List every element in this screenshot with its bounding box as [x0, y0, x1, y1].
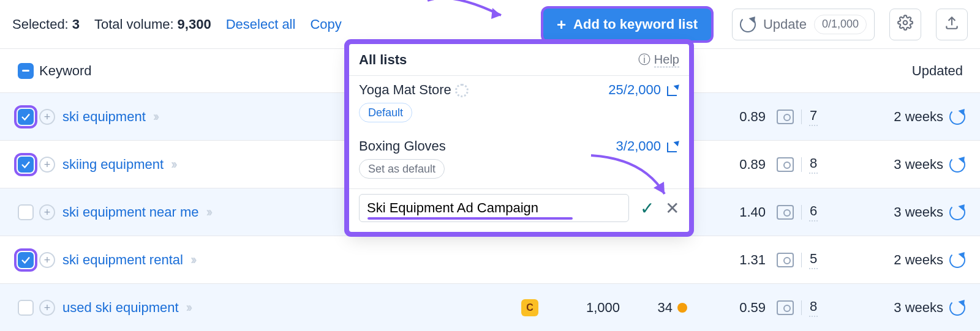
svg-point-0: [903, 20, 908, 24]
popover-title: All lists: [359, 52, 407, 68]
row-checkbox[interactable]: [12, 300, 39, 316]
update-count-pill: 0/1,000: [814, 15, 867, 34]
cpc-cell: 1.31: [698, 252, 772, 268]
keyword-list-item[interactable]: Boxing Gloves 3/2,000 Set as default: [349, 132, 689, 188]
expand-icon[interactable]: +: [39, 252, 55, 268]
sf-value[interactable]: 7: [809, 108, 818, 126]
deselect-all-link[interactable]: Deselect all: [226, 17, 296, 32]
row-checkbox[interactable]: [12, 109, 39, 125]
help-label: Help: [654, 53, 679, 67]
kd-dot-icon: [677, 303, 687, 313]
updated-value: 3 weeks: [894, 204, 943, 220]
gear-icon: [897, 15, 913, 34]
updated-value: 3 weeks: [894, 300, 943, 316]
keyword-cell[interactable]: + ski equipment rental ››: [39, 252, 508, 268]
cpc-cell: 1.40: [698, 204, 772, 220]
settings-button[interactable]: [889, 9, 921, 40]
volume-label: Total volume:: [94, 17, 174, 32]
serp-icon[interactable]: [777, 205, 794, 220]
list-name: Boxing Gloves: [359, 138, 446, 154]
annotation-arrow-top: [421, 0, 513, 37]
selected-label: Selected:: [12, 17, 69, 32]
intent-badge: C: [521, 299, 538, 316]
export-button[interactable]: [936, 9, 968, 40]
loading-icon: [455, 84, 469, 97]
keyword-cell[interactable]: + used ski equipment ››: [39, 300, 508, 316]
chevron-right-icon: ››: [206, 204, 211, 220]
add-to-keyword-list-button[interactable]: + Add to keyword list: [543, 9, 711, 40]
indeterminate-icon: [18, 63, 34, 79]
cpc-cell: 0.89: [698, 157, 772, 173]
cpc-cell: 0.89: [698, 109, 772, 125]
volume-cell: 1,000: [551, 300, 631, 316]
row-checkbox[interactable]: [12, 252, 39, 268]
action-bar: Selected: 3 Total volume: 9,300 Deselect…: [0, 0, 980, 49]
chevron-right-icon: ››: [153, 109, 157, 125]
update-label: Update: [763, 17, 807, 32]
expand-icon[interactable]: +: [39, 300, 55, 316]
keyword-text: used ski equipment: [62, 300, 179, 316]
serp-icon[interactable]: [777, 110, 794, 124]
select-all-checkbox[interactable]: [12, 63, 39, 79]
list-ratio[interactable]: 25/2,000: [608, 82, 679, 98]
update-button[interactable]: Update 0/1,000: [732, 9, 875, 40]
help-link[interactable]: ⓘ Help: [638, 51, 679, 68]
info-icon: ⓘ: [638, 51, 650, 68]
serp-icon[interactable]: [777, 253, 794, 267]
chevron-right-icon: ››: [190, 252, 195, 268]
table-row: + used ski equipment ›› C 1,000 34 0.59 …: [0, 284, 980, 331]
refresh-row-icon[interactable]: [949, 109, 965, 125]
list-name: Yoga Mat Store: [359, 82, 469, 98]
list-badge: Default: [359, 103, 412, 122]
refresh-icon: [740, 17, 756, 32]
keyword-text: skiing equipment: [62, 157, 164, 173]
external-link-icon: [667, 140, 679, 152]
copy-link[interactable]: Copy: [310, 17, 341, 32]
sf-value[interactable]: 8: [809, 155, 818, 174]
expand-icon[interactable]: +: [39, 157, 55, 173]
sf-value[interactable]: 8: [809, 299, 818, 317]
keyword-list-item[interactable]: Yoga Mat Store 25/2,000 Default: [349, 76, 689, 132]
new-list-input-row: ✓ ✕: [349, 188, 689, 232]
keyword-text: ski equipment: [62, 109, 146, 125]
volume-metric: Total volume: 9,300: [94, 17, 211, 32]
table-row: + ski equipment rental ›› 1.31 5 2 weeks: [0, 236, 980, 284]
updated-value: 3 weeks: [894, 157, 943, 173]
svg-marker-1: [491, 8, 501, 19]
expand-icon[interactable]: +: [39, 204, 55, 220]
annotation-underline: [368, 217, 573, 220]
keyword-text: ski equipment rental: [62, 252, 183, 268]
cancel-button[interactable]: ✕: [665, 198, 679, 218]
selected-metric: Selected: 3: [12, 17, 80, 32]
row-checkbox[interactable]: [12, 157, 39, 173]
serp-icon[interactable]: [777, 157, 794, 172]
row-checkbox[interactable]: [12, 204, 39, 220]
chevron-right-icon: ››: [171, 157, 175, 173]
confirm-button[interactable]: ✓: [640, 198, 654, 218]
list-badge[interactable]: Set as default: [359, 159, 445, 179]
expand-icon[interactable]: +: [39, 109, 55, 125]
refresh-row-icon[interactable]: [949, 204, 965, 220]
refresh-row-icon[interactable]: [949, 157, 965, 173]
volume-value: 9,300: [178, 17, 211, 32]
serp-icon[interactable]: [777, 300, 794, 315]
keyword-list-popover: All lists ⓘ Help Yoga Mat Store 25/2,000…: [349, 44, 689, 232]
plus-icon: +: [557, 17, 566, 32]
cpc-cell: 0.59: [698, 300, 772, 316]
add-button-label: Add to keyword list: [573, 17, 698, 32]
updated-value: 2 weeks: [894, 252, 943, 268]
sf-value[interactable]: 5: [809, 251, 818, 269]
sf-value[interactable]: 6: [809, 203, 818, 221]
list-ratio[interactable]: 3/2,000: [616, 138, 679, 154]
selected-value: 3: [72, 17, 80, 32]
updated-value: 2 weeks: [894, 109, 943, 125]
kd-value: 34: [658, 300, 673, 316]
refresh-row-icon[interactable]: [949, 300, 965, 316]
chevron-right-icon: ››: [186, 300, 190, 316]
export-icon: [944, 15, 960, 34]
keyword-text: ski equipment near me: [62, 204, 199, 220]
refresh-row-icon[interactable]: [949, 252, 965, 268]
external-link-icon: [667, 84, 679, 96]
